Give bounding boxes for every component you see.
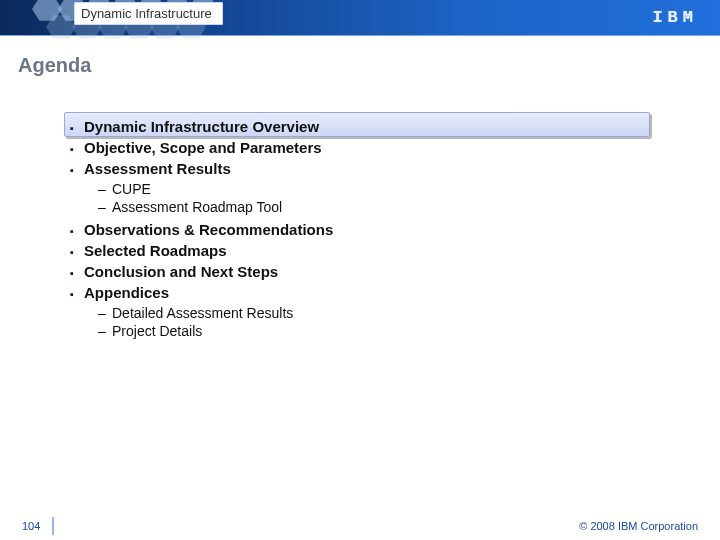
- agenda-subitem: Project Details: [98, 323, 646, 339]
- agenda-item: Conclusion and Next Steps: [70, 263, 646, 280]
- agenda-item: Objective, Scope and Parameters: [70, 139, 646, 156]
- footer-divider-icon: [52, 517, 54, 535]
- footer: 104 © 2008 IBM Corporation: [0, 512, 720, 540]
- page-number: 104: [22, 520, 40, 532]
- agenda-item: Dynamic Infrastructure Overview: [70, 118, 646, 135]
- agenda-item-label: Objective, Scope and Parameters: [84, 139, 322, 156]
- footer-left: 104: [22, 517, 54, 535]
- agenda-item-label: Dynamic Infrastructure Overview: [84, 118, 319, 135]
- agenda-item-label: Appendices: [84, 284, 169, 301]
- agenda-item: Selected Roadmaps: [70, 242, 646, 259]
- agenda-item: Observations & Recommendations: [70, 221, 646, 238]
- agenda-subitem: CUPE: [98, 181, 646, 197]
- agenda-subitem: Assessment Roadmap Tool: [98, 199, 646, 215]
- agenda-item: Assessment Results CUPE Assessment Roadm…: [70, 160, 646, 215]
- agenda-item-label: Selected Roadmaps: [84, 242, 227, 259]
- presentation-name: Dynamic Infrastructure: [74, 2, 223, 25]
- agenda-item: Appendices Detailed Assessment Results P…: [70, 284, 646, 339]
- ibm-logo-icon: IBM: [652, 8, 698, 27]
- agenda-item-label: Observations & Recommendations: [84, 221, 333, 238]
- agenda-item-label: Conclusion and Next Steps: [84, 263, 278, 280]
- agenda-list: Dynamic Infrastructure Overview Objectiv…: [70, 118, 646, 345]
- slide-title: Agenda: [18, 54, 91, 77]
- header-band: Dynamic Infrastructure IBM: [0, 0, 720, 36]
- agenda-item-label: Assessment Results: [84, 160, 231, 177]
- copyright-text: © 2008 IBM Corporation: [579, 520, 698, 532]
- agenda-subitem: Detailed Assessment Results: [98, 305, 646, 321]
